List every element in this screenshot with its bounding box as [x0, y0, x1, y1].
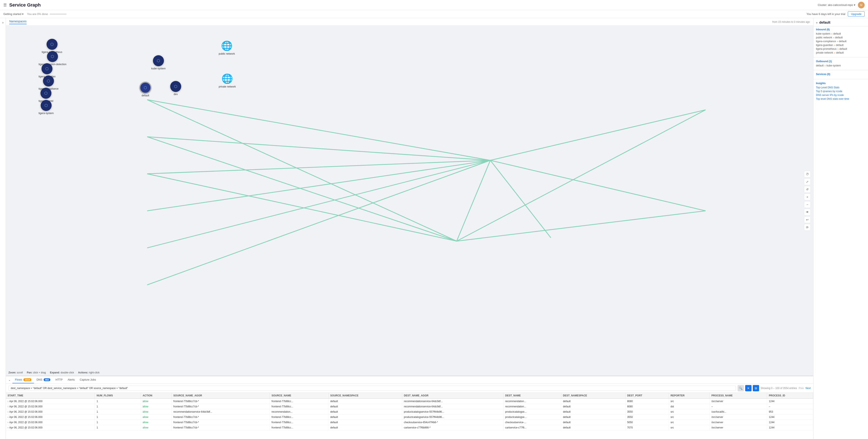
insights-item-0[interactable]: Top-Level DNS Stats: [816, 86, 865, 89]
flows-table: START_TIME NUM_FLOWS ACTION SOURCE_NAME_…: [6, 393, 813, 430]
graph-section: Namespaces from 15 minutes to 0 minutes …: [6, 18, 813, 439]
progress-label: You are 0% done: [27, 12, 48, 16]
cell-dest-port: 7070: [625, 425, 669, 430]
col-reporter[interactable]: REPORTER: [669, 393, 710, 399]
graph-canvas[interactable]: ⬡ tigera-prometheus ⬡ tigera-intrusion-d…: [6, 26, 813, 376]
node-tigera-system[interactable]: ⬡ tigera-system: [38, 100, 54, 115]
table-row[interactable]: ›Apr 06, 2022 @ 15:02:06.000 1 allow fro…: [6, 404, 813, 409]
arrow-icon: »: [825, 64, 826, 67]
cell-source-namespace: default: [329, 399, 402, 404]
cell-dest-namespace: default: [561, 399, 625, 404]
graph-controls: ⏱ ⤢ ↺ + − 👁 ↩ ⟳: [804, 171, 811, 231]
tab-dns[interactable]: DNS 882: [34, 376, 53, 383]
cell-source-name: frontend-77b88cc...: [270, 425, 329, 430]
time-control-button[interactable]: ⏱: [804, 171, 811, 178]
col-source-namespace[interactable]: SOURCE_NAMESPACE: [329, 393, 402, 399]
col-action[interactable]: ACTION: [141, 393, 172, 399]
col-source-name-aggr[interactable]: SOURCE_NAME_AGGR: [172, 393, 270, 399]
table-row[interactable]: ›Apr 06, 2022 @ 15:02:06.000 1 allow rec…: [6, 409, 813, 414]
time-range: from 15 minutes to 0 minutes ago: [772, 21, 810, 23]
cell-source-name: frontend-77b88cc...: [270, 420, 329, 425]
inbound-item-1: public network » default: [816, 36, 865, 39]
table-row[interactable]: ›Apr 06, 2022 @ 15:02:06.000 1 allow fro…: [6, 414, 813, 420]
cell-action: allow: [141, 420, 172, 425]
getting-started-button[interactable]: Getting started ▾: [3, 12, 24, 16]
svg-line-0: [147, 100, 491, 160]
cell-dest-port: 3550: [625, 409, 669, 414]
table-row[interactable]: ›Apr 06, 2022 @ 15:02:06.000 1 allow fro…: [6, 420, 813, 425]
node-dev[interactable]: ⬡ dev: [170, 81, 181, 96]
legend-expand: Expand: double-click: [50, 371, 74, 374]
entries-info: Showing 0 – 100 of 3554 entries Prev Nex…: [761, 387, 811, 390]
cluster-label-text: Cluster: aks-calicocloud-repo: [818, 3, 853, 6]
sidebar-toggle-icon: »: [2, 21, 4, 25]
table-row[interactable]: ›Apr 06, 2022 @ 15:02:06.000 1 allow fro…: [6, 399, 813, 404]
cell-reporter: src: [669, 409, 710, 414]
table-header-row: START_TIME NUM_FLOWS ACTION SOURCE_NAME_…: [6, 393, 813, 399]
col-dest-name-aggr[interactable]: DEST_NAME_AGGR: [402, 393, 503, 399]
eye-control-button[interactable]: 👁: [804, 209, 811, 215]
col-process-id[interactable]: PROCESS_ID: [767, 393, 813, 399]
tab-alerts[interactable]: Alerts: [65, 376, 77, 383]
expand-control-button[interactable]: ⤢: [804, 178, 811, 185]
cell-action: allow: [141, 404, 172, 409]
col-process-name[interactable]: PROCESS_NAME: [710, 393, 767, 399]
cell-process-name: /usr/local/bi...: [710, 409, 767, 414]
sidebar-toggle[interactable]: »: [0, 18, 6, 439]
node-private-network[interactable]: 🌐 private network: [219, 73, 236, 88]
avatar[interactable]: U: [858, 2, 865, 8]
col-dest-port[interactable]: DEST_PORT: [625, 393, 669, 399]
hamburger-icon[interactable]: ☰: [3, 3, 7, 7]
svg-line-1: [147, 137, 491, 160]
node-kube-system[interactable]: ⬡ kube-system: [151, 55, 165, 70]
col-dest-name[interactable]: DEST_NAME: [503, 393, 561, 399]
node-label: default: [142, 94, 149, 97]
tab-flows[interactable]: Flows 3554: [12, 376, 34, 383]
cell-process-name: /src/server: [710, 420, 767, 425]
cell-start-time: ›Apr 06, 2022 @ 15:02:06.000: [6, 420, 95, 425]
cluster-selector[interactable]: Cluster: aks-calicocloud-repo ▾: [818, 3, 855, 6]
node-default[interactable]: ⬡ default: [140, 82, 151, 97]
next-button[interactable]: Next: [805, 387, 811, 390]
services-title: Services (0): [816, 73, 865, 76]
zoom-out-button[interactable]: −: [804, 201, 811, 208]
tab-capture-jobs[interactable]: Capture Jobs: [77, 376, 98, 383]
col-num-flows[interactable]: NUM_FLOWS: [95, 393, 141, 399]
svg-line-9: [490, 160, 706, 211]
node-public-network[interactable]: 🌐 public network: [219, 40, 235, 55]
insights-item-2[interactable]: DNS server IPs by rcode: [816, 93, 865, 97]
col-source-name[interactable]: SOURCE_NAME: [270, 393, 329, 399]
cell-dest-name-aggr: productcatalogservice-557ff44b96...: [402, 409, 503, 414]
tab-http[interactable]: HTTP: [53, 376, 65, 383]
cell-source-name: frontend-77b88cc...: [270, 399, 329, 404]
table-row[interactable]: ›Apr 06, 2022 @ 15:02:06.000 1 allow fro…: [6, 425, 813, 430]
namespaces-tab[interactable]: Namespaces: [9, 20, 27, 24]
col-dest-namespace[interactable]: DEST_NAMESPACE: [561, 393, 625, 399]
panel-chevron-icon[interactable]: »: [816, 21, 818, 24]
svg-line-12: [147, 100, 457, 241]
cell-num-flows: 1: [95, 409, 141, 414]
main-layout: » Namespaces from 15 minutes to 0 minute…: [0, 18, 868, 439]
svg-line-6: [457, 160, 491, 241]
insights-item-3[interactable]: Top level DNS stats over time: [816, 97, 865, 101]
col-start-time[interactable]: START_TIME: [6, 393, 95, 399]
clear-filter-button[interactable]: ✕: [745, 385, 751, 391]
refresh-control-button[interactable]: ↺: [804, 186, 811, 193]
auto-layout-button[interactable]: ⟳: [804, 224, 811, 231]
cell-source-namespace: default: [329, 409, 402, 414]
collapse-button[interactable]: ⌄: [8, 378, 11, 381]
cell-source-namespace: default: [329, 404, 402, 409]
insights-item-1[interactable]: Top 5 qnames by rcode: [816, 89, 865, 93]
bottom-section: ⌄ Flows 3554 DNS 882 HTTP Alerts Capture…: [6, 376, 813, 439]
filter-options-button[interactable]: ⊞: [753, 385, 759, 391]
outbound-title: Outbound (1): [816, 60, 865, 63]
svg-line-7: [490, 160, 551, 238]
filter-input[interactable]: [8, 386, 736, 391]
reset-control-button[interactable]: ↩: [804, 216, 811, 223]
zoom-in-button[interactable]: +: [804, 194, 811, 200]
cell-action: allow: [141, 399, 172, 404]
prev-button[interactable]: Prev: [799, 387, 804, 390]
upgrade-button[interactable]: Upgrade: [848, 11, 865, 17]
search-button[interactable]: 🔍: [738, 385, 744, 391]
svg-line-11: [147, 174, 457, 241]
